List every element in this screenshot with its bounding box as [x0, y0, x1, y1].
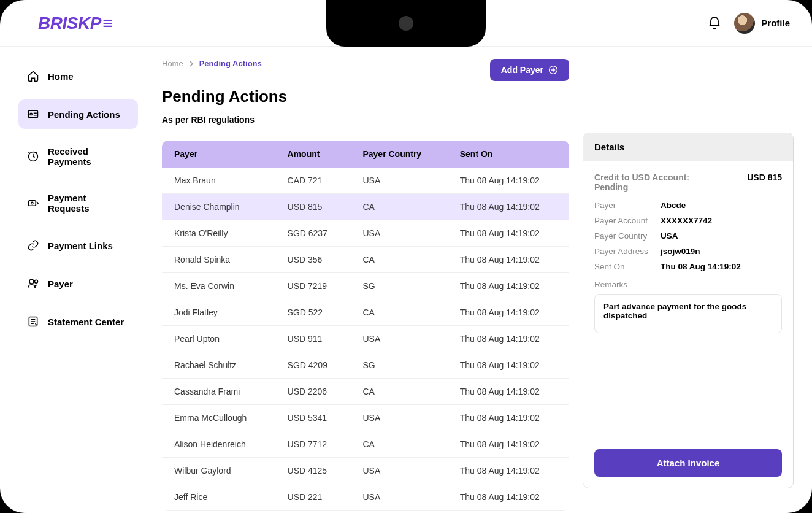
cell-sent: Thu 08 Aug 14:19:02	[448, 458, 569, 484]
pending-icon	[27, 108, 39, 120]
cell-amount: USD 815	[275, 194, 351, 220]
kv-sent: Sent OnThu 08 Aug 14:19:02	[594, 262, 782, 271]
requests-icon	[27, 197, 39, 209]
table-row[interactable]: Emma McCulloughUSD 5341USAThu 08 Aug 14:…	[162, 405, 569, 431]
sidebar-item-payment-requests[interactable]: Payment Requests	[18, 184, 138, 222]
breadcrumb-home[interactable]: Home	[162, 59, 183, 68]
cell-sent: Thu 08 Aug 14:19:02	[448, 484, 569, 511]
cell-amount: SGD 4209	[275, 352, 351, 379]
remarks-label: Remarks	[594, 280, 782, 289]
sidebar-item-home[interactable]: Home	[18, 61, 138, 91]
cell-sent: Thu 08 Aug 14:19:02	[448, 299, 569, 326]
details-body: Credit to USD Account: Pending USD 815 P…	[583, 161, 793, 488]
chevron-right-icon	[188, 61, 194, 67]
col-country: Payer Country	[350, 141, 447, 168]
cell-payer: Jeff Rice	[162, 484, 275, 511]
sidebar-item-label: Payment Requests	[48, 193, 129, 214]
cell-amount: USD 5341	[275, 405, 351, 431]
col-amount: Amount	[275, 141, 351, 168]
cell-country: SG	[350, 352, 447, 379]
sidebar-item-pending-actions[interactable]: Pending Actions	[18, 99, 138, 129]
sidebar-item-received-payments[interactable]: Received Payments	[18, 137, 138, 176]
add-payer-button[interactable]: Add Payer	[490, 59, 569, 81]
cell-country: CA	[350, 299, 447, 326]
table-row[interactable]: Jodi FlatleySGD 522CAThu 08 Aug 14:19:02	[162, 299, 569, 326]
attach-invoice-button[interactable]: Attach Invoice	[594, 449, 782, 477]
logo-suffix: P≡	[90, 14, 114, 33]
table-row[interactable]: Max BraunCAD 721USAThu 08 Aug 14:19:02	[162, 168, 569, 194]
sidebar-item-payment-links[interactable]: Payment Links	[18, 231, 138, 260]
received-icon	[27, 150, 39, 163]
cell-country: CA	[350, 194, 447, 220]
cell-amount: USD 2206	[275, 379, 351, 405]
cell-amount: USD 7712	[275, 431, 351, 458]
table-row[interactable]: Alison HeidenreichUSD 7712CAThu 08 Aug 1…	[162, 431, 569, 458]
app-frame: BRISKP≡ Profile HomePending ActionsRecei…	[0, 0, 812, 513]
sidebar-item-payer[interactable]: Payer	[18, 269, 138, 298]
cell-payer: Ronald Spinka	[162, 247, 275, 273]
table-head: Payer Amount Payer Country Sent On	[162, 141, 569, 168]
profile-link[interactable]: Profile	[734, 13, 790, 34]
avatar	[734, 13, 755, 34]
cell-payer: Jodi Flatley	[162, 299, 275, 326]
cell-amount: USD 911	[275, 326, 351, 352]
cell-country: USA	[350, 168, 447, 194]
content-column: Home Pending Actions Add Payer Pending A…	[162, 59, 569, 513]
table-wrap: Payer Amount Payer Country Sent On Max B…	[162, 141, 569, 511]
table-row[interactable]: Cassandra FramiUSD 2206CAThu 08 Aug 14:1…	[162, 379, 569, 405]
main-area: Home Pending Actions Add Payer Pending A…	[147, 47, 812, 513]
cell-sent: Thu 08 Aug 14:19:02	[448, 273, 569, 299]
cell-sent: Thu 08 Aug 14:19:02	[448, 194, 569, 220]
table-row[interactable]: Ronald SpinkaUSD 356CAThu 08 Aug 14:19:0…	[162, 247, 569, 273]
bell-icon[interactable]	[707, 16, 722, 31]
logo[interactable]: BRISKP≡	[38, 14, 114, 33]
table-row[interactable]: Krista O'ReillySGD 6237USAThu 08 Aug 14:…	[162, 220, 569, 247]
cell-amount: SGD 522	[275, 299, 351, 326]
cell-payer: Ms. Eva Corwin	[162, 273, 275, 299]
cell-country: USA	[350, 405, 447, 431]
table-row[interactable]: Wilbur GaylordUSD 4125USAThu 08 Aug 14:1…	[162, 458, 569, 484]
credit-row: Credit to USD Account: Pending USD 815	[594, 172, 782, 192]
page-title: Pending Actions	[162, 87, 569, 106]
cell-country: USA	[350, 326, 447, 352]
sidebar-item-statement-center[interactable]: Statement Center	[18, 307, 138, 336]
kv-address: Payer Addressjsojw019n	[594, 247, 782, 256]
details-header: Details	[583, 133, 793, 161]
cell-payer: Alison Heidenreich	[162, 431, 275, 458]
cell-amount: USD 356	[275, 247, 351, 273]
breadcrumb-current: Pending Actions	[199, 59, 262, 68]
sidebar-item-label: Home	[48, 71, 74, 82]
cell-payer: Denise Champlin	[162, 194, 275, 220]
kv-country: Payer CountryUSA	[594, 231, 782, 241]
cell-country: CA	[350, 431, 447, 458]
profile-label: Profile	[761, 18, 790, 28]
cell-amount: SGD 6237	[275, 220, 351, 247]
logo-prefix: BRISK	[38, 14, 90, 33]
table-body: Max BraunCAD 721USAThu 08 Aug 14:19:02De…	[162, 168, 569, 511]
cell-amount: CAD 721	[275, 168, 351, 194]
sidebar: HomePending ActionsReceived PaymentsPaym…	[0, 47, 147, 513]
cell-sent: Thu 08 Aug 14:19:02	[448, 247, 569, 273]
cell-amount: USD 221	[275, 484, 351, 511]
table-row[interactable]: Pearl UptonUSD 911USAThu 08 Aug 14:19:02	[162, 326, 569, 352]
links-icon	[27, 239, 39, 252]
cell-sent: Thu 08 Aug 14:19:02	[448, 168, 569, 194]
cell-country: USA	[350, 458, 447, 484]
cell-country: USA	[350, 220, 447, 247]
cell-sent: Thu 08 Aug 14:19:02	[448, 220, 569, 247]
svg-point-1	[30, 113, 32, 115]
table-row[interactable]: Jeff RiceUSD 221USAThu 08 Aug 14:19:02	[162, 484, 569, 511]
table-row[interactable]: Denise ChamplinUSD 815CAThu 08 Aug 14:19…	[162, 194, 569, 220]
body-row: HomePending ActionsReceived PaymentsPaym…	[0, 47, 812, 513]
add-payer-label: Add Payer	[501, 65, 543, 75]
kv-payer: PayerAbcde	[594, 201, 782, 210]
table-row[interactable]: Rachael SchultzSGD 4209SGThu 08 Aug 14:1…	[162, 352, 569, 379]
sidebar-item-label: Received Payments	[48, 146, 129, 167]
top-right: Profile	[707, 13, 790, 34]
statement-icon	[27, 315, 39, 328]
table-row[interactable]: Ms. Eva CorwinUSD 7219SGThu 08 Aug 14:19…	[162, 273, 569, 299]
sidebar-item-label: Pending Actions	[48, 109, 120, 120]
remarks-box[interactable]: Part advance payment for the goods dispa…	[594, 294, 782, 333]
credit-amount: USD 815	[747, 172, 782, 192]
home-icon	[27, 70, 39, 82]
